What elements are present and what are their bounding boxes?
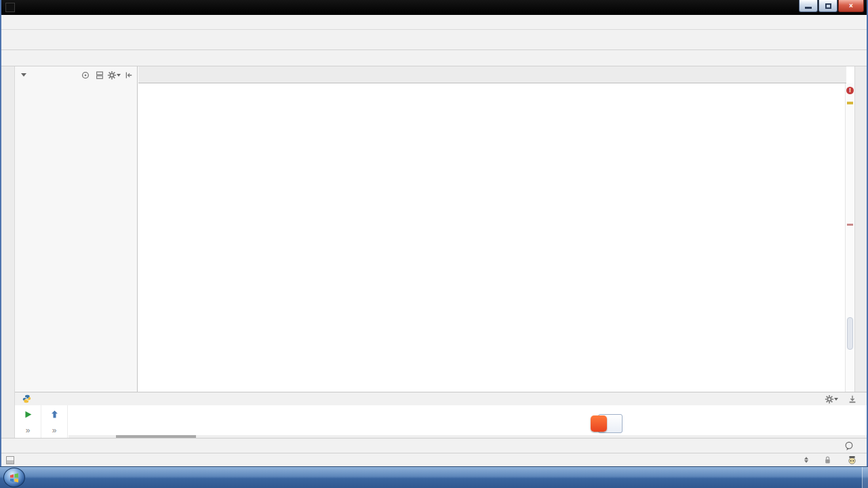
title-bar[interactable]: ×	[0, 0, 868, 15]
locate-button[interactable]	[79, 69, 91, 81]
run-panel-header[interactable]	[1, 392, 867, 405]
hide-panel-button[interactable]	[122, 69, 134, 81]
gear-icon	[825, 394, 834, 404]
show-desktop-button[interactable]	[862, 467, 868, 488]
hide-panel-icon[interactable]	[848, 394, 857, 404]
status-bar	[1, 453, 867, 466]
project-panel-header	[15, 66, 137, 83]
lock-icon	[823, 455, 832, 464]
lock-indicator[interactable]	[816, 453, 840, 466]
toggle-tool-buttons-icon[interactable]	[6, 456, 14, 464]
sort-arrows-icon	[804, 455, 808, 465]
console-toolbar: » »	[15, 405, 68, 438]
event-log-button[interactable]	[844, 441, 857, 451]
expand-toolbar-button[interactable]: »	[15, 423, 41, 438]
close-button[interactable]: ×	[838, 0, 864, 12]
tool-window-bar	[1, 438, 867, 453]
rerun-icon	[24, 410, 33, 419]
maximize-button[interactable]	[818, 0, 837, 12]
warning-stripe-mark[interactable]	[847, 102, 853, 104]
chevron-down-icon	[21, 73, 26, 79]
window-edge-left	[0, 0, 1, 466]
pycharm-window: ×	[0, 0, 868, 488]
code-editor[interactable]	[138, 83, 846, 392]
target-icon	[81, 70, 90, 80]
file-encoding[interactable]	[793, 453, 816, 466]
ime-toolbar	[598, 414, 623, 433]
start-button[interactable]	[3, 468, 25, 487]
up-stack-trace-button[interactable]	[41, 405, 68, 423]
collapse-all-button[interactable]	[94, 69, 105, 81]
windows-taskbar	[0, 466, 868, 488]
rerun-button[interactable]	[15, 405, 41, 423]
highlighting-level-button[interactable]	[840, 453, 867, 466]
minimize-button[interactable]	[799, 0, 818, 12]
project-panel	[15, 66, 138, 392]
python-icon	[22, 394, 31, 403]
gear-icon	[107, 70, 117, 80]
speech-bubble-icon	[844, 441, 854, 451]
hector-face-icon	[847, 455, 857, 465]
highlight-level[interactable]	[778, 453, 793, 466]
menu-bar	[1, 15, 867, 30]
caret-position[interactable]	[764, 453, 778, 466]
run-settings-button[interactable]	[825, 394, 838, 404]
breadcrumb	[1, 50, 867, 66]
collapse-icon	[95, 70, 104, 80]
project-settings-button[interactable]	[108, 69, 119, 81]
project-tree	[15, 83, 137, 86]
editor-scrollbar[interactable]	[845, 83, 854, 392]
main-toolbar	[1, 30, 867, 50]
selection-info	[749, 453, 764, 466]
left-tool-stripe	[1, 66, 15, 438]
error-stripe-mark[interactable]	[847, 224, 853, 226]
run-console: » »	[1, 405, 867, 438]
right-tool-stripe	[854, 66, 867, 392]
up-arrow-icon	[50, 410, 59, 419]
windows-flag-icon	[9, 472, 20, 483]
pycharm-logo-icon	[5, 3, 15, 12]
expand-toolbar-button-2[interactable]: »	[41, 423, 68, 438]
sogou-logo-icon[interactable]	[591, 415, 607, 432]
editor-tab-bar	[138, 66, 846, 83]
hide-left-icon	[123, 70, 133, 80]
editor-zone	[138, 66, 846, 392]
scrollbar-thumb[interactable]	[847, 317, 853, 350]
error-indicator-icon[interactable]	[846, 87, 854, 94]
